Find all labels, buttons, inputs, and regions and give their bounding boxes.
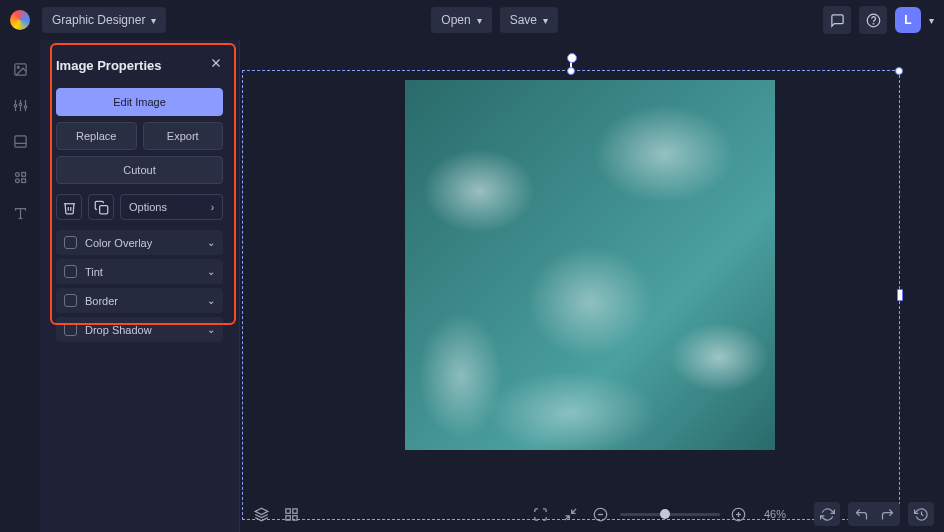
chat-icon [830,13,845,28]
refresh-icon [820,507,835,522]
open-label: Open [441,13,470,27]
chevron-down-icon: ⌄ [207,324,215,335]
collapse-icon [563,507,578,522]
chevron-down-icon: ▾ [477,15,482,26]
zoom-value: 46% [764,508,786,520]
zoom-out-button[interactable] [590,503,612,525]
trash-icon [62,200,77,215]
svg-rect-27 [285,515,289,519]
chevron-down-icon: ⌄ [207,266,215,277]
history-button[interactable] [908,502,934,526]
svg-rect-23 [99,205,107,213]
text-tool[interactable] [11,204,29,222]
options-label: Options [129,201,167,213]
bottom-bar: 46% [240,496,944,532]
adjustments-tool[interactable] [11,96,29,114]
options-button[interactable]: Options › [120,194,223,220]
plus-circle-icon [731,507,746,522]
svg-point-11 [19,103,22,106]
save-label: Save [510,13,537,27]
layers-icon [254,507,269,522]
effect-label: Color Overlay [85,237,199,249]
grid-button[interactable] [280,503,302,525]
svg-rect-16 [21,172,25,176]
zoom-slider[interactable] [620,513,720,516]
fullscreen-button[interactable] [530,503,552,525]
checkbox[interactable] [64,294,77,307]
resize-handle-right[interactable] [897,289,903,301]
fit-button[interactable] [560,503,582,525]
layout-tool[interactable] [11,132,29,150]
avatar-letter: L [904,13,911,27]
effect-drop-shadow[interactable]: Drop Shadow ⌄ [56,317,223,342]
chevron-down-icon: ⌄ [207,237,215,248]
replace-button[interactable]: Replace [56,122,137,150]
help-button[interactable] [859,6,887,34]
shapes-tool[interactable] [11,168,29,186]
close-panel-button[interactable] [209,56,223,74]
refresh-button[interactable] [814,502,840,526]
svg-rect-25 [285,508,289,512]
svg-rect-28 [292,515,296,519]
workspace-selector[interactable]: Graphic Designer ▾ [42,7,166,33]
delete-button[interactable] [56,194,82,220]
layers-button[interactable] [250,503,272,525]
svg-rect-13 [14,135,25,146]
svg-point-15 [15,172,19,176]
svg-point-3 [17,66,19,68]
expand-icon [533,507,548,522]
open-button[interactable]: Open ▾ [431,7,491,33]
export-button[interactable]: Export [143,122,224,150]
effect-label: Tint [85,266,199,278]
properties-panel: Image Properties Edit Image Replace Expo… [40,40,240,532]
workspace-label: Graphic Designer [52,13,145,27]
help-icon [866,13,881,28]
checkbox[interactable] [64,265,77,278]
canvas[interactable] [240,40,944,532]
checkbox[interactable] [64,236,77,249]
effect-tint[interactable]: Tint ⌄ [56,259,223,284]
save-button[interactable]: Save ▾ [500,7,558,33]
svg-marker-24 [255,508,268,514]
svg-point-12 [24,105,27,108]
cutout-button[interactable]: Cutout [56,156,223,184]
effect-label: Border [85,295,199,307]
undo-icon [854,507,869,522]
svg-point-10 [14,104,17,107]
minus-circle-icon [593,507,608,522]
grid-icon [284,507,299,522]
left-tool-rail [0,40,40,532]
effect-border[interactable]: Border ⌄ [56,288,223,313]
top-bar: Graphic Designer ▾ Open ▾ Save ▾ L ▾ [0,0,944,40]
svg-rect-18 [21,178,25,182]
chevron-right-icon: › [211,202,214,213]
zoom-slider-thumb[interactable] [660,509,670,519]
user-menu-chevron[interactable]: ▾ [929,15,934,26]
effect-color-overlay[interactable]: Color Overlay ⌄ [56,230,223,255]
copy-icon [94,200,109,215]
chevron-down-icon: ▾ [151,15,156,26]
svg-point-17 [15,178,19,182]
panel-title: Image Properties [56,58,162,73]
effect-label: Drop Shadow [85,324,199,336]
user-avatar[interactable]: L [895,7,921,33]
image-tool[interactable] [11,60,29,78]
checkbox[interactable] [64,323,77,336]
history-icon [914,507,929,522]
redo-button[interactable] [874,502,900,526]
comments-button[interactable] [823,6,851,34]
edit-image-button[interactable]: Edit Image [56,88,223,116]
redo-icon [880,507,895,522]
duplicate-button[interactable] [88,194,114,220]
resize-handle-top-right[interactable] [895,67,903,75]
svg-rect-26 [292,508,296,512]
close-icon [209,56,223,70]
app-logo[interactable] [10,10,30,30]
canvas-image[interactable] [405,80,775,450]
resize-handle-top[interactable] [567,67,575,75]
svg-point-1 [873,23,874,24]
zoom-in-button[interactable] [728,503,750,525]
undo-button[interactable] [848,502,874,526]
chevron-down-icon: ▾ [543,15,548,26]
chevron-down-icon: ⌄ [207,295,215,306]
